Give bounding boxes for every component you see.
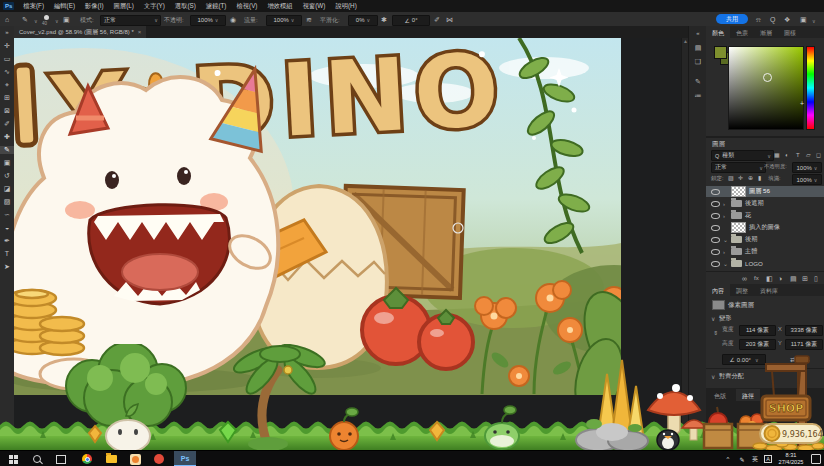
pen-tool-icon[interactable]: ✒ (0, 237, 14, 245)
start-button[interactable] (4, 451, 22, 466)
tab-gradients[interactable]: 漸層 (754, 26, 778, 38)
close-tab-icon[interactable]: × (138, 29, 142, 35)
symmetry-icon[interactable]: ⋈ (446, 16, 453, 23)
panel-toggle-icon[interactable]: ▣ (63, 16, 70, 23)
taskbar-chrome[interactable] (78, 451, 96, 466)
color-picker-marker[interactable] (763, 73, 772, 82)
marquee-tool-icon[interactable]: ▭ (0, 55, 14, 63)
lock-all-icon[interactable]: ▮ (758, 175, 761, 181)
taskbar-game-app[interactable] (126, 451, 144, 466)
brush-preview-dot[interactable] (44, 15, 49, 20)
tab-color[interactable]: 顏色 (706, 26, 730, 38)
filter-type-icon[interactable]: T (796, 152, 800, 158)
menu-edit[interactable]: 編輯(E) (49, 2, 80, 11)
new-group-icon[interactable]: ▤ (790, 275, 797, 282)
path-selection-tool-icon[interactable]: ➤ (0, 263, 14, 271)
tray-pen-icon[interactable]: ✎ (736, 451, 748, 466)
tray-ime-icon[interactable]: A (762, 451, 774, 466)
smoothing-field[interactable]: 0%∨ (348, 15, 378, 26)
menu-window[interactable]: 視窗(W) (298, 2, 331, 11)
lasso-tool-icon[interactable]: ∿ (0, 68, 14, 76)
layer-row[interactable]: ⌄ LOGO (706, 258, 824, 269)
menu-plugins[interactable]: 增效模組 (262, 2, 297, 11)
filter-shape-icon[interactable]: ▱ (806, 152, 811, 158)
layer-filter-select[interactable]: Q 種類 ∨ (711, 150, 774, 161)
tab-paths[interactable]: 路徑 (736, 389, 760, 401)
dock-expand-icon[interactable]: « (689, 30, 707, 36)
y-field[interactable]: 1171 像素 (785, 339, 823, 350)
dodge-tool-icon[interactable]: ◒ (0, 224, 14, 231)
menu-layer[interactable]: 圖層(L) (109, 2, 139, 11)
menu-select[interactable]: 選取(S) (170, 2, 201, 11)
task-view-button[interactable] (52, 451, 70, 466)
constrain-link-icon[interactable]: ∞ (713, 331, 719, 335)
canvas-artwork[interactable]: Y DINO (14, 38, 621, 395)
tab-channels[interactable]: 色版 (708, 389, 732, 401)
panel-layout-arrow[interactable]: ∨ (812, 18, 816, 24)
share-button[interactable]: 共用 (716, 14, 748, 24)
visibility-eye-icon[interactable] (711, 189, 720, 195)
crop-tool-icon[interactable]: ⊞ (0, 94, 14, 102)
visibility-eye-icon[interactable] (711, 237, 720, 243)
notification-center-button[interactable] (810, 451, 822, 466)
pressure-size-icon[interactable]: ✐ (434, 16, 440, 23)
adjustment-layer-icon[interactable]: ◑ (778, 275, 782, 282)
new-layer-icon[interactable]: ⊞ (802, 275, 808, 282)
foreground-swatch[interactable] (714, 46, 727, 59)
layer-row[interactable]: › 後遮期 (706, 198, 824, 209)
clone-stamp-tool-icon[interactable]: ▣ (0, 159, 14, 167)
move-tool-icon[interactable]: ✛ (0, 42, 14, 50)
brush-preview-arrow[interactable]: ∨ (55, 18, 59, 24)
tray-expand-button[interactable]: ^ (722, 451, 734, 466)
layer-row[interactable]: ⌄ 後期 (706, 234, 824, 245)
layer-row-selected[interactable]: 圖層 56 (706, 186, 824, 197)
lock-transparency-icon[interactable]: ▨ (728, 175, 734, 181)
taskbar-red-app[interactable] (150, 451, 168, 466)
brush-dropdown-arrow[interactable]: ∨ (34, 18, 38, 24)
brush-angle-field[interactable]: ∠0° (392, 15, 430, 26)
lock-position-icon[interactable]: ✛ (738, 175, 743, 181)
brush-tool-icon[interactable]: ✎ (22, 16, 28, 23)
tab-adjustments[interactable]: 調整 (730, 284, 754, 296)
flip-vertical-icon[interactable]: ⇅ (804, 356, 810, 363)
layer-row[interactable]: › 花 (706, 210, 824, 221)
layer-row[interactable]: 插入的圖像 (706, 222, 824, 233)
history-brush-tool-icon[interactable]: ↺ (0, 172, 14, 180)
smudge-tool-icon[interactable]: ∽ (0, 211, 14, 219)
x-field[interactable]: 3338 像素 (785, 325, 823, 336)
flip-horizontal-icon[interactable]: ⇄ (790, 356, 796, 363)
home-icon[interactable]: ⌂ (5, 16, 9, 23)
filter-smart-icon[interactable]: ◻ (816, 152, 821, 158)
visibility-eye-icon[interactable] (711, 225, 720, 231)
layer-mask-icon[interactable]: ◧ (766, 275, 773, 282)
eyedropper-tool-icon[interactable]: ✐ (0, 120, 14, 128)
tray-language-indicator[interactable]: 英 (749, 451, 761, 466)
filter-adjustment-icon[interactable]: ◐ (785, 152, 789, 158)
rotation-field[interactable]: ∠0.00°∨ (722, 354, 766, 365)
menu-type[interactable]: 文字(Y) (139, 2, 170, 11)
search-icon[interactable]: Q (770, 16, 775, 23)
layer-row[interactable]: › 主體 (706, 246, 824, 257)
dock-brushes-icon[interactable]: ≔ (689, 92, 707, 100)
panel-layout-icon[interactable]: ▣ (800, 16, 807, 23)
menu-filter[interactable]: 濾鏡(T) (201, 2, 232, 11)
visibility-eye-icon[interactable] (711, 201, 720, 207)
dock-brush-settings-icon[interactable]: ✎ (689, 78, 707, 86)
height-field[interactable]: 203 像素 (739, 339, 776, 350)
flow-field[interactable]: 100%∨ (266, 15, 302, 26)
smoothing-gear-icon[interactable]: ✱ (381, 16, 387, 23)
toolbox-collapse-icon[interactable]: » (0, 29, 14, 35)
blend-mode-select[interactable]: 正常∨ (711, 162, 766, 173)
visibility-eye-icon[interactable] (711, 261, 720, 267)
taskbar-search-button[interactable] (28, 451, 46, 466)
color-saturation-square[interactable] (728, 46, 804, 130)
tab-properties[interactable]: 內容 (706, 284, 730, 296)
visibility-eye-icon[interactable] (711, 213, 720, 219)
layers-opacity-field[interactable]: 100%∨ (792, 162, 822, 173)
frame-tool-icon[interactable]: ⊠ (0, 107, 14, 115)
tab-patterns[interactable]: 圖樣 (778, 26, 802, 38)
link-layers-icon[interactable]: ∞ (742, 275, 747, 282)
visibility-eye-icon[interactable] (711, 249, 720, 255)
mode-select[interactable]: 正常∨ (100, 15, 161, 26)
taskbar-file-explorer[interactable] (102, 451, 120, 466)
